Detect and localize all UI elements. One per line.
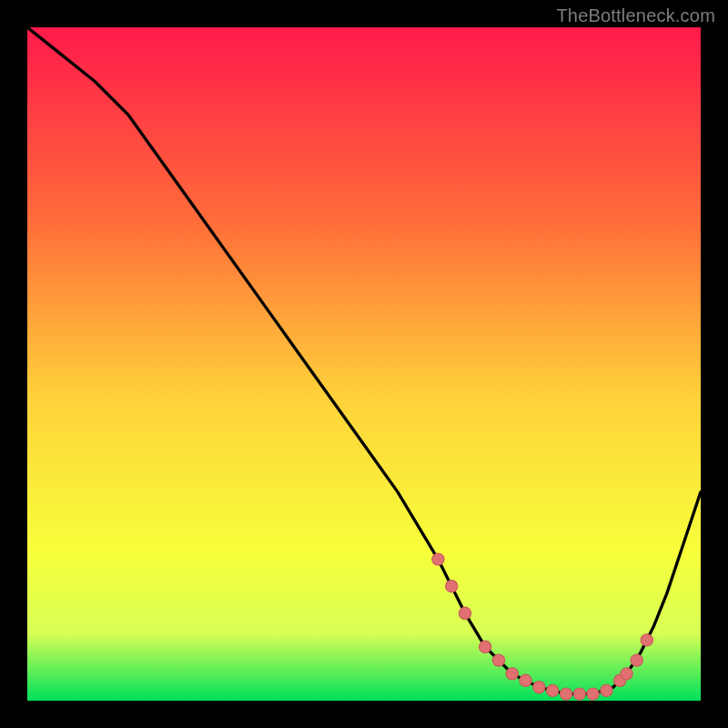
valley-dot: [547, 684, 559, 696]
valley-dot: [432, 553, 444, 565]
valley-dot: [573, 688, 585, 700]
valley-dot: [641, 634, 652, 646]
valley-dot: [560, 688, 571, 700]
valley-dot: [480, 641, 491, 652]
valley-dot: [459, 607, 470, 619]
valley-dot: [446, 581, 458, 592]
valley-dot: [587, 688, 599, 700]
valley-dot: [506, 668, 518, 680]
attribution-text: TheBottleneck.com: [556, 5, 715, 26]
valley-dot: [631, 654, 642, 666]
chart-stage: TheBottleneck.com: [0, 0, 728, 728]
bottleneck-chart: [27, 27, 701, 701]
valley-dot: [621, 668, 632, 680]
valley-dot: [601, 684, 612, 696]
valley-dot: [533, 682, 545, 693]
valley-dot: [492, 654, 504, 666]
gradient-background: [27, 27, 701, 701]
valley-dot: [520, 674, 531, 686]
